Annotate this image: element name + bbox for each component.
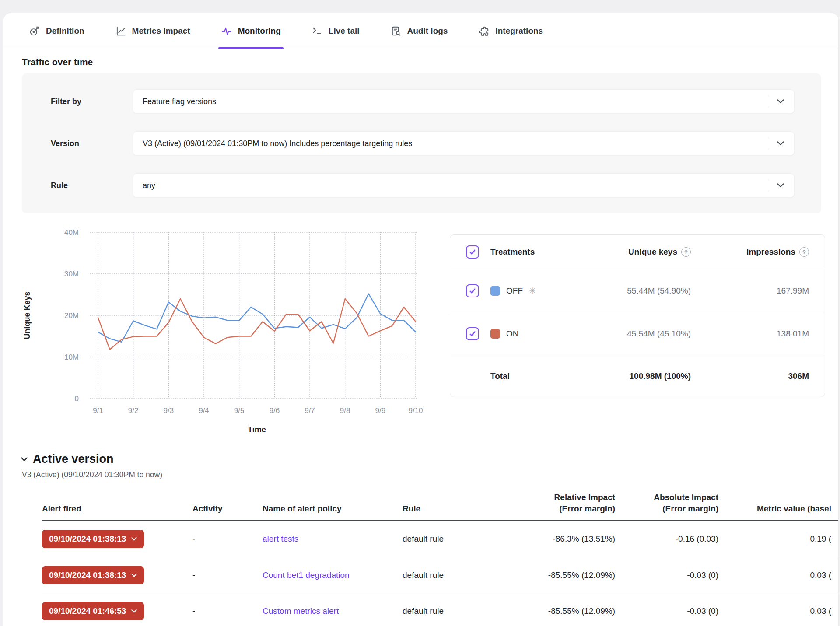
chevron-down-icon xyxy=(131,574,137,577)
treatment-row-off: OFF ✳ 55.44M (54.90%) 167.99M xyxy=(450,269,825,312)
rule-select[interactable]: any xyxy=(133,173,794,198)
svg-text:9/4: 9/4 xyxy=(199,406,209,415)
total-unique-keys: 100.98M (100%) xyxy=(604,371,691,381)
rule-cell: default rule xyxy=(402,570,488,580)
svg-text:9/5: 9/5 xyxy=(234,406,245,415)
svg-text:20M: 20M xyxy=(64,311,79,320)
alerts-table: Alert fired Activity Name of alert polic… xyxy=(42,492,838,626)
svg-text:9/7: 9/7 xyxy=(304,406,315,415)
alert-fired-badge[interactable]: 09/10/2024 01:38:13 xyxy=(42,566,144,584)
treatments-total-row: Total 100.98M (100%) 306M xyxy=(450,355,825,397)
traffic-line-chart: 010M20M30M40M9/19/29/39/49/59/69/79/89/9… xyxy=(17,227,437,437)
treatment-row-on: ON 45.54M (45.10%) 138.01M xyxy=(450,312,825,355)
help-icon[interactable]: ? xyxy=(799,247,809,257)
tab-metrics-impact[interactable]: Metrics impact xyxy=(112,13,193,49)
on-impressions: 138.01M xyxy=(691,329,809,339)
rule-header: Rule xyxy=(402,503,488,514)
alert-policy-link[interactable]: Count bet1 degradation xyxy=(262,570,402,580)
monitoring-icon xyxy=(221,25,232,37)
tab-live-tail[interactable]: Live tail xyxy=(309,13,362,49)
chevron-down-icon xyxy=(767,174,794,197)
on-checkbox[interactable] xyxy=(466,327,479,340)
metric-value-cell: 0.03 ( xyxy=(724,606,840,616)
activity-cell: - xyxy=(192,606,262,616)
filter-by-value: Feature flag versions xyxy=(143,97,216,106)
absolute-impact-header: Absolute Impact (Error margin) xyxy=(620,492,724,514)
off-checkbox[interactable] xyxy=(466,284,479,297)
alert-fired-badge[interactable]: 09/10/2024 01:46:53 xyxy=(42,602,144,620)
svg-text:10M: 10M xyxy=(64,353,79,361)
relative-impact-cell: -85.55% (12.09%) xyxy=(488,606,620,616)
rule-cell: default rule xyxy=(402,606,488,616)
on-color-swatch xyxy=(490,329,500,339)
tab-label: Live tail xyxy=(329,26,360,36)
off-impressions: 167.99M xyxy=(691,286,809,296)
active-version-subtitle: V3 (Active) (09/10/2024 01:30PM to now) xyxy=(22,470,838,479)
filter-by-select[interactable]: Feature flag versions xyxy=(133,89,794,114)
treatment-name: OFF xyxy=(506,286,523,296)
off-unique-keys: 55.44M (54.90%) xyxy=(604,286,691,296)
rule-label: Rule xyxy=(22,181,133,190)
tab-integrations[interactable]: Integrations xyxy=(476,13,546,49)
alert-fired-badge[interactable]: 09/10/2024 01:38:13 xyxy=(42,530,144,548)
page-title: Traffic over time xyxy=(22,57,838,67)
svg-text:9/8: 9/8 xyxy=(340,406,350,415)
total-label: Total xyxy=(490,371,604,381)
relative-impact-cell: -85.55% (12.09%) xyxy=(488,570,620,580)
svg-text:30M: 30M xyxy=(64,270,79,278)
activity-cell: - xyxy=(192,534,262,544)
tab-label: Integrations xyxy=(495,26,543,36)
off-color-swatch xyxy=(490,286,500,296)
default-treatment-icon: ✳ xyxy=(529,286,536,296)
svg-text:40M: 40M xyxy=(64,228,79,237)
alert-row: 09/10/2024 01:38:13 - Count bet1 degrada… xyxy=(42,557,838,593)
live-tail-icon xyxy=(312,25,323,37)
version-select[interactable]: V3 (Active) (09/01/2024 01:30PM to now) … xyxy=(133,131,794,156)
tab-definition[interactable]: Definition xyxy=(26,13,87,49)
main-panel: Definition Metrics impact Monitoring xyxy=(4,13,838,626)
tab-label: Definition xyxy=(46,26,84,36)
chevron-down-icon xyxy=(21,455,28,463)
total-impressions: 306M xyxy=(691,371,809,381)
svg-text:Unique Keys: Unique Keys xyxy=(23,291,32,339)
filter-row-filter-by: Filter by Feature flag versions xyxy=(22,89,794,114)
alert-policy-link[interactable]: Custom metrics alert xyxy=(262,606,402,616)
absolute-impact-cell: -0.03 (0) xyxy=(620,570,724,580)
absolute-impact-cell: -0.03 (0) xyxy=(620,606,724,616)
filter-row-version: Version V3 (Active) (09/01/2024 01:30PM … xyxy=(22,131,794,156)
treatments-panel: Treatments Unique keys ? Impressions ? O… xyxy=(450,234,825,397)
absolute-impact-cell: -0.16 (0.03) xyxy=(620,534,724,544)
help-icon[interactable]: ? xyxy=(681,247,691,257)
active-version-section: Active version V3 (Active) (09/10/2024 0… xyxy=(21,452,838,479)
metric-value-cell: 0.03 ( xyxy=(724,570,840,580)
rule-cell: default rule xyxy=(402,534,488,544)
policy-header: Name of alert policy xyxy=(262,503,402,514)
filter-panel: Filter by Feature flag versions Version … xyxy=(22,73,821,213)
svg-text:9/1: 9/1 xyxy=(93,406,103,415)
version-label: Version xyxy=(22,139,133,148)
alerts-header-row: Alert fired Activity Name of alert polic… xyxy=(42,492,838,521)
version-value: V3 (Active) (09/01/2024 01:30PM to now) … xyxy=(143,139,412,148)
audit-logs-icon xyxy=(390,25,402,37)
select-all-checkbox[interactable] xyxy=(466,245,479,259)
alert-policy-link[interactable]: alert tests xyxy=(262,534,402,544)
on-unique-keys: 45.54M (45.10%) xyxy=(604,329,691,339)
tab-audit-logs[interactable]: Audit logs xyxy=(388,13,451,49)
active-version-toggle[interactable]: Active version xyxy=(21,452,838,466)
relative-impact-cell: -86.3% (13.51%) xyxy=(488,534,620,544)
metric-value-cell: 0.19 ( xyxy=(724,534,840,544)
metric-value-header: Metric value (basel xyxy=(724,503,840,514)
chevron-down-icon xyxy=(767,90,794,113)
unique-keys-column-header: Unique keys xyxy=(628,247,677,257)
svg-text:9/6: 9/6 xyxy=(270,406,280,415)
chevron-down-icon xyxy=(131,609,137,613)
svg-text:9/2: 9/2 xyxy=(128,406,139,415)
integrations-icon xyxy=(478,25,490,37)
tab-monitoring[interactable]: Monitoring xyxy=(218,13,284,49)
active-version-title: Active version xyxy=(33,452,114,466)
traffic-section: 010M20M30M40M9/19/29/39/49/59/69/79/89/9… xyxy=(17,227,825,437)
filter-row-rule: Rule any xyxy=(22,173,794,198)
impressions-column-header: Impressions xyxy=(746,247,795,257)
treatment-name: ON xyxy=(506,329,519,339)
alert-fired-header: Alert fired xyxy=(42,503,192,514)
